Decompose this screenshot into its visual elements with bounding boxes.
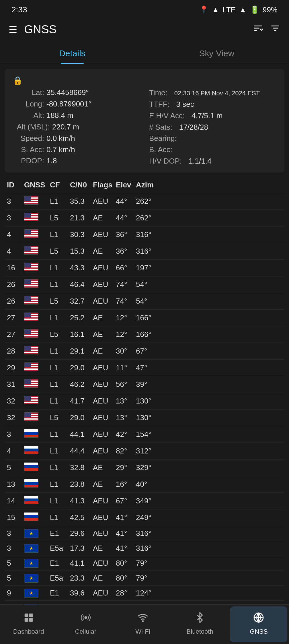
- sat-flag: [24, 429, 50, 440]
- nav-wifi[interactable]: Wi-Fi: [114, 605, 171, 644]
- sat-cf: L5: [50, 214, 70, 222]
- tab-details[interactable]: Details: [0, 42, 144, 64]
- sat-cf: L1: [50, 397, 70, 406]
- sat-azim: 154°: [136, 430, 156, 439]
- sat-elev: 41°: [116, 529, 136, 538]
- sat-id: 4: [7, 230, 24, 239]
- nav-bluetooth[interactable]: Bluetooth: [171, 605, 229, 644]
- gnss-icon: [253, 612, 264, 626]
- sat-id: 26: [7, 280, 24, 289]
- sat-flag: [24, 362, 50, 373]
- sat-flag: [24, 446, 50, 456]
- sat-elev: 74°: [116, 297, 136, 306]
- table-row: 4L144.4AEU82°312°: [5, 443, 284, 459]
- sat-cf: L1: [50, 480, 70, 489]
- table-row: 4L130.3AEU36°316°: [5, 226, 284, 243]
- sat-cn0: 44.4: [70, 447, 93, 455]
- sat-cn0: 17.3: [70, 544, 93, 553]
- sat-flags: AEU: [93, 380, 116, 389]
- sat-flag: [24, 313, 50, 323]
- sat-id: 16: [7, 263, 24, 272]
- svg-point-5: [142, 621, 143, 622]
- sat-elev: 13°: [116, 397, 136, 406]
- table-row: 31L146.2AEU56°39°: [5, 376, 284, 393]
- sat-elev: 56°: [116, 380, 136, 389]
- sat-azim: 67°: [136, 347, 156, 356]
- table-row: 5★E5a23.3AE80°79°: [5, 571, 284, 586]
- sat-azim: 130°: [136, 397, 156, 406]
- filter-button[interactable]: [270, 23, 280, 36]
- status-bar: 2:33 📍 ▲ LTE ▲ 🔋 99%: [0, 0, 289, 17]
- tab-skyview[interactable]: Sky View: [144, 42, 289, 64]
- sat-flags: AE: [93, 480, 116, 489]
- sat-flags: AEU: [93, 230, 116, 239]
- lte-label: LTE: [222, 5, 236, 14]
- dashboard-icon: [23, 612, 34, 626]
- speed-value: 0.0 km/h: [46, 134, 75, 143]
- sats-value: 17/28/28: [179, 123, 208, 132]
- nav-bluetooth-label: Bluetooth: [187, 628, 213, 635]
- nav-gnss-label: GNSS: [250, 628, 267, 635]
- time-label: Time:: [149, 88, 167, 97]
- svg-rect-1: [29, 614, 33, 617]
- sat-flags: AEU: [93, 263, 116, 272]
- sat-cn0: 42.5: [70, 513, 93, 522]
- sat-cf: L1: [50, 197, 70, 206]
- alt-label: Alt:: [13, 111, 44, 120]
- sat-flag: [24, 279, 50, 290]
- sat-cf: L1: [50, 263, 70, 272]
- sat-flags: AE: [93, 330, 116, 339]
- table-header: ID GNSS CF C/N0 Flags Elev Azim: [5, 177, 284, 193]
- sat-azim: 124°: [136, 589, 156, 598]
- app-bar: ☰ GNSS: [0, 17, 289, 42]
- sat-cf: L5: [50, 413, 70, 422]
- sat-id: 32: [7, 397, 24, 406]
- sat-id: 4: [7, 447, 24, 455]
- menu-button[interactable]: ☰: [9, 24, 17, 35]
- sat-id: 3: [7, 430, 24, 439]
- sat-cn0: 23.8: [70, 480, 93, 489]
- sat-cn0: 23.3: [70, 574, 93, 583]
- bluetooth-icon: [194, 612, 205, 626]
- sacc-value: 0.7 km/h: [46, 145, 75, 154]
- sat-cn0: 41.3: [70, 496, 93, 505]
- sat-cf: L5: [50, 330, 70, 339]
- sat-elev: 80°: [116, 559, 136, 568]
- sat-flag: [24, 379, 50, 390]
- sat-id: 4: [7, 247, 24, 256]
- sat-cf: L1: [50, 363, 70, 372]
- ttff-label: TTFF:: [149, 100, 169, 109]
- lat-label: Lat:: [13, 88, 44, 97]
- sat-cn0: 21.3: [70, 214, 93, 222]
- ehvacc-value: 4.7/5.1 m: [192, 111, 222, 120]
- sat-elev: 29°: [116, 463, 136, 472]
- svg-rect-2: [24, 618, 28, 622]
- sat-azim: 79°: [136, 559, 156, 568]
- nav-dashboard-label: Dashboard: [13, 628, 44, 635]
- sat-elev: 44°: [116, 214, 136, 222]
- sort-button[interactable]: [253, 23, 263, 36]
- nav-wifi-label: Wi-Fi: [135, 628, 150, 635]
- table-row: 5★E141.1AEU80°79°: [5, 556, 284, 571]
- nav-cellular-label: Cellular: [75, 628, 97, 635]
- col-cf: CF: [50, 181, 70, 189]
- nav-cellular[interactable]: Cellular: [57, 605, 114, 644]
- battery-icon: 🔋: [250, 5, 259, 14]
- sat-cn0: 32.8: [70, 463, 93, 472]
- sat-id: 9: [7, 589, 24, 598]
- col-gnss: GNSS: [24, 181, 50, 189]
- sat-flags: AEU: [93, 559, 116, 568]
- nav-gnss[interactable]: GNSS: [230, 606, 287, 642]
- sat-azim: 349°: [136, 496, 156, 505]
- sat-cn0: 29.0: [70, 413, 93, 422]
- nav-dashboard[interactable]: Dashboard: [0, 605, 57, 644]
- sat-elev: 66°: [116, 263, 136, 272]
- table-row: 27L125.2AE12°166°: [5, 310, 284, 326]
- sat-cf: L1: [50, 313, 70, 322]
- sat-azim: 39°: [136, 380, 156, 389]
- sat-azim: 329°: [136, 463, 156, 472]
- sat-cf: E5a: [50, 544, 70, 553]
- sat-flag: ★: [24, 559, 50, 568]
- sat-flags: AEU: [93, 513, 116, 522]
- table-row: 4L515.3AE36°316°: [5, 243, 284, 260]
